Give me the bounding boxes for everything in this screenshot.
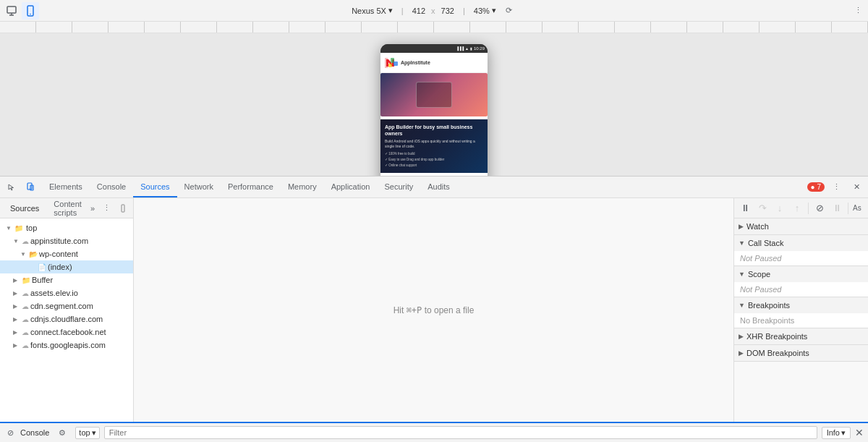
watch-section-header[interactable]: ▶ Watch: [734, 218, 868, 234]
tree-item-wpcontent[interactable]: ▼ 📂 wp-content: [0, 247, 133, 260]
callstack-section: ▼ Call Stack Not Paused: [734, 235, 868, 266]
console-bar: ⊘ Console ⚙ top ▾ Info ▾ ✕: [0, 422, 868, 442]
scope-label: Scope: [748, 270, 770, 279]
tree-item-index[interactable]: 📄 (index): [0, 260, 133, 273]
svg-rect-8: [388, 64, 392, 67]
console-clear-button[interactable]: ⊘: [4, 427, 16, 438]
tab-elements[interactable]: Elements: [42, 177, 90, 197]
tree-item-cdnjs-cloudflare[interactable]: ▶ ☁ cdnjs.cloudflare.com: [0, 313, 133, 326]
svg-point-4: [30, 13, 31, 14]
deactivate-breakpoints-button[interactable]: ⊘: [812, 200, 827, 216]
devtools-tabs: Elements Console Sources Network Perform…: [0, 177, 868, 198]
device-name-select[interactable]: Nexus 5X ▾: [352, 6, 393, 15]
devtools-body: Sources Content scripts » ⋮ ▼: [0, 198, 868, 422]
sources-toggle[interactable]: [116, 200, 134, 217]
close-devtools-button[interactable]: ✕: [848, 179, 865, 196]
tree-item-appinstitute[interactable]: ▼ ☁ appinstitute.com: [0, 234, 133, 247]
debugger-toolbar: ⏸ ↷ ↓ ↑ ⊘ ⏸ As: [734, 198, 868, 218]
more-tabs-button[interactable]: ⋮: [827, 179, 845, 196]
feature-1: ✓ 100% free to build: [385, 151, 483, 157]
callstack-arrow: ▼: [739, 239, 745, 247]
scope-arrow: ▼: [739, 271, 745, 278]
sources-new-snippet[interactable]: ⋮: [98, 200, 115, 217]
tab-audits[interactable]: Audits: [420, 177, 457, 197]
dom-breakpoints-header[interactable]: ▶ DOM Breakpoints: [734, 345, 868, 361]
phone-content: AppInstitute App Builder for busy small …: [380, 53, 488, 176]
xhr-breakpoints-header[interactable]: ▶ XHR Breakpoints: [734, 328, 868, 344]
error-badge: ● 7: [807, 182, 825, 192]
sources-tab-actions: ⋮: [98, 200, 134, 217]
console-level-select[interactable]: Info ▾: [822, 427, 851, 439]
phone-frame: ▐▐▐ ▲ ▮ 10:29: [380, 44, 488, 176]
tree-item-buffer[interactable]: ▶ 📁 Buffer: [0, 273, 133, 286]
tablet-illustration: [416, 82, 452, 108]
breakpoints-section-header[interactable]: ▼ Breakpoints: [734, 297, 868, 313]
devtools-inspect-icon[interactable]: [3, 2, 20, 20]
battery-icon: ▮: [470, 46, 472, 51]
device-toggle-button[interactable]: [22, 179, 39, 196]
xhr-breakpoints-arrow: ▶: [739, 333, 744, 340]
tree-label-fonts-googleapis: fonts.googleapis.com: [30, 341, 106, 349]
devtools-device-icon[interactable]: [22, 2, 39, 20]
console-close-button[interactable]: ✕: [855, 427, 864, 438]
scope-content: Not Paused: [734, 282, 868, 297]
callstack-content: Not Paused: [734, 251, 868, 265]
scope-section-header[interactable]: ▼ Scope: [734, 266, 868, 282]
breakpoints-content: No Breakpoints: [734, 313, 868, 328]
signal-icon: ▐▐▐: [456, 46, 464, 51]
console-tab-label: Console: [20, 428, 49, 437]
console-context-select[interactable]: top ▾: [75, 427, 99, 439]
tab-security[interactable]: Security: [377, 177, 420, 197]
scope-section: ▼ Scope Not Paused: [734, 266, 868, 297]
step-into-button[interactable]: ↓: [772, 200, 788, 216]
phone-hero-body: Build Android and iOS apps quickly and w…: [385, 139, 483, 149]
wifi-icon: ▲: [465, 46, 469, 51]
tab-application[interactable]: Application: [324, 177, 378, 197]
rotate-button[interactable]: ⟳: [502, 4, 516, 18]
phone-hero-features: ✓ 100% free to build ✓ Easy to use Drag …: [385, 151, 483, 169]
tab-performance[interactable]: Performance: [221, 177, 281, 197]
file-tree: ▼ 📁 top ▼ ☁ appinstitute.com ▼ 📂 wp-cont…: [0, 218, 133, 422]
more-options-button[interactable]: ⋮: [854, 6, 862, 15]
feature-3: ✓ Online chat support: [385, 163, 483, 169]
breakpoints-section: ▼ Breakpoints No Breakpoints: [734, 297, 868, 328]
pause-button[interactable]: ⏸: [737, 200, 753, 216]
status-time: 10:29: [474, 46, 485, 51]
tree-item-assets-elevio[interactable]: ▶ ☁ assets.elev.io: [0, 286, 133, 299]
tab-memory[interactable]: Memory: [281, 177, 324, 197]
watch-section: ▶ Watch: [734, 218, 868, 235]
subtab-content-scripts[interactable]: Content scripts: [48, 198, 88, 218]
pause-on-exceptions-button[interactable]: ⏸: [829, 200, 845, 216]
step-over-button[interactable]: ↷: [754, 200, 770, 216]
phone-hero: App Builder for busy small business owne…: [380, 119, 488, 173]
console-filter-input[interactable]: [104, 426, 817, 439]
callstack-section-header[interactable]: ▼ Call Stack: [734, 235, 868, 251]
step-out-button[interactable]: ↑: [789, 200, 805, 216]
tree-item-fonts-googleapis[interactable]: ▶ ☁ fonts.googleapis.com: [0, 339, 133, 352]
zoom-select[interactable]: 43% ▾: [474, 6, 496, 15]
tree-label-assets-elevio: assets.elev.io: [30, 289, 78, 297]
tree-item-connect-facebook[interactable]: ▶ ☁ connect.facebook.net: [0, 326, 133, 339]
editor-panel: Hit ⌘+P to open a file: [134, 198, 733, 422]
tree-item-top[interactable]: ▼ 📁 top: [0, 221, 133, 234]
tree-label-top: top: [26, 224, 37, 232]
dom-breakpoints-arrow: ▶: [739, 349, 744, 357]
inspect-element-button[interactable]: [3, 179, 20, 196]
breakpoints-arrow: ▼: [739, 302, 745, 309]
tree-label-wpcontent: wp-content: [39, 250, 78, 258]
tab-network[interactable]: Network: [177, 177, 221, 197]
app-name-text: AppInstitute: [401, 60, 430, 65]
callstack-label: Call Stack: [748, 239, 784, 247]
console-settings-button[interactable]: ⚙: [54, 424, 71, 441]
phone-hero-title: App Builder for busy small business owne…: [385, 124, 483, 137]
subtab-sources[interactable]: Sources: [4, 203, 45, 214]
debugger-panel: ⏸ ↷ ↓ ↑ ⊘ ⏸ As ▶ Watch: [733, 198, 868, 422]
phone-hero-image: [380, 73, 488, 116]
svg-rect-0: [7, 7, 16, 13]
tree-item-cdn-segment[interactable]: ▶ ☁ cdn.segment.com: [0, 299, 133, 313]
tree-label-appinstitute: appinstitute.com: [30, 237, 88, 245]
subtab-more[interactable]: »: [90, 204, 95, 213]
tab-sources[interactable]: Sources: [133, 177, 176, 197]
xhr-breakpoints-label: XHR Breakpoints: [746, 332, 807, 341]
tab-console[interactable]: Console: [90, 177, 133, 197]
